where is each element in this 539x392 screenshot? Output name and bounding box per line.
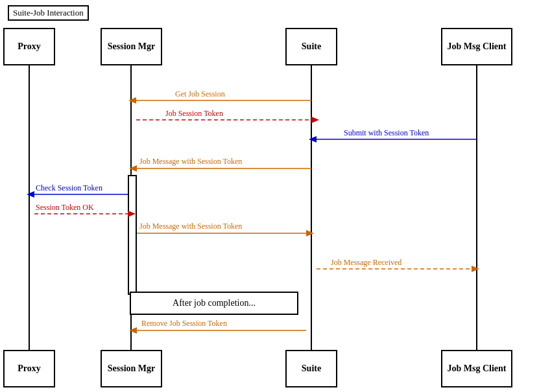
job-session-token-label: Job Session Token	[165, 109, 223, 119]
svg-marker-18	[306, 230, 314, 236]
svg-marker-6	[128, 97, 136, 104]
suite-bot-box: Suite	[285, 350, 337, 387]
diagram-title: Suite-Job Interaction	[8, 5, 89, 21]
after-job-note: After job completion...	[130, 292, 298, 315]
job-msg-top-box: Job Msg Client	[441, 28, 512, 65]
remove-job-session-label: Remove Job Session Token	[141, 319, 227, 329]
svg-marker-12	[129, 165, 137, 172]
session-token-ok-label: Session Token OK	[36, 203, 94, 213]
job-msg-received-label: Job Message Received	[331, 258, 401, 268]
check-session-token-label: Check Session Token	[36, 183, 102, 193]
job-msg-bot-box: Job Msg Client	[441, 350, 512, 387]
svg-marker-14	[27, 191, 34, 198]
job-msg-session-token-2-label: Job Message with Session Token	[139, 222, 242, 231]
suite-top-box: Suite	[285, 28, 337, 65]
job-msg-session-token-1-label: Job Message with Session Token	[139, 157, 242, 167]
proxy-top-box: Proxy	[3, 28, 55, 65]
svg-marker-20	[472, 266, 479, 272]
svg-marker-16	[128, 211, 136, 217]
diagram: Suite-Job Interaction Proxy Session Mgr …	[0, 0, 539, 392]
svg-marker-22	[129, 327, 137, 334]
svg-marker-10	[309, 136, 317, 143]
session-mgr-top-box: Session Mgr	[101, 28, 162, 65]
session-mgr-bot-box: Session Mgr	[101, 350, 162, 387]
submit-session-token-label: Submit with Session Token	[344, 128, 429, 138]
get-job-session-label: Get Job Session	[175, 89, 225, 99]
proxy-bot-box: Proxy	[3, 350, 55, 387]
svg-marker-8	[311, 117, 319, 123]
